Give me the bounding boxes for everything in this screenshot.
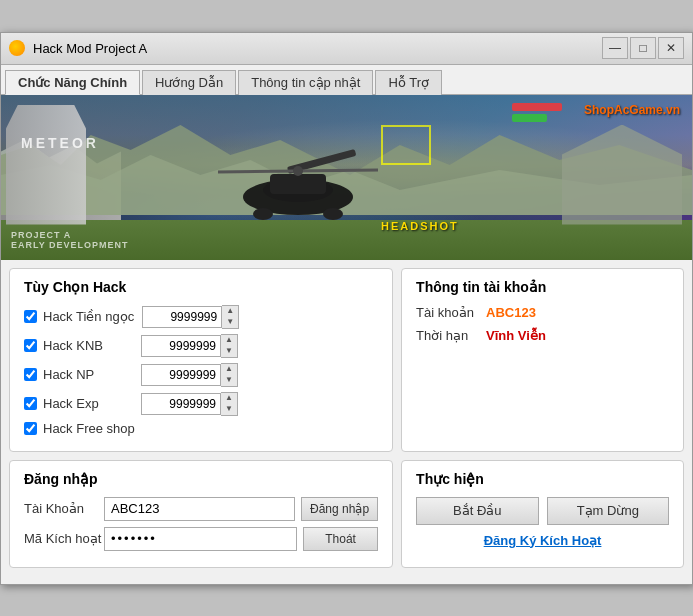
banner-hud xyxy=(512,103,562,122)
window-title: Hack Mod Project A xyxy=(33,41,602,56)
svg-rect-4 xyxy=(270,174,326,194)
bottom-section-row: Đăng nhập Tài Khoản Đăng nhập Mã Kích ho… xyxy=(9,460,684,568)
svg-point-9 xyxy=(323,208,343,220)
spinner-down-np[interactable]: ▼ xyxy=(221,375,237,386)
minimize-button[interactable]: — xyxy=(602,37,628,59)
hack-options-title: Tùy Chọn Hack xyxy=(24,279,378,295)
hack-np-checkbox[interactable] xyxy=(24,368,37,381)
spinner-btns-tien-ngoc: ▲ ▼ xyxy=(222,305,239,329)
tai-khoan-field[interactable] xyxy=(104,497,295,521)
tai-khoan-form-label: Tài Khoản xyxy=(24,501,104,516)
tab-huong-dan[interactable]: Hướng Dẫn xyxy=(142,70,236,95)
pause-button[interactable]: Tạm Dừng xyxy=(547,497,669,525)
hack-np-input[interactable] xyxy=(141,364,221,386)
logout-button[interactable]: Thoát xyxy=(303,527,378,551)
hack-row-knb: Hack KNB ▲ ▼ xyxy=(24,334,378,358)
spinner-up-np[interactable]: ▲ xyxy=(221,364,237,375)
tab-chuc-nang[interactable]: Chức Năng Chính xyxy=(5,70,140,95)
spinner-up-knb[interactable]: ▲ xyxy=(221,335,237,346)
hack-exp-checkbox[interactable] xyxy=(24,397,37,410)
hack-row-np: Hack NP ▲ ▼ xyxy=(24,363,378,387)
spinner-up-tien-ngoc[interactable]: ▲ xyxy=(222,306,238,317)
login-button[interactable]: Đăng nhập xyxy=(301,497,378,521)
ma-kich-hoat-form-row: Mã Kích hoạt Thoát xyxy=(24,527,378,551)
maximize-button[interactable]: □ xyxy=(630,37,656,59)
action-buttons-row: Bắt Đầu Tạm Dừng xyxy=(416,497,669,525)
hud-health xyxy=(512,103,562,111)
hack-free-shop-checkbox[interactable] xyxy=(24,422,37,435)
register-link[interactable]: Đăng Ký Kích Hoạt xyxy=(416,533,669,548)
top-section-row: Tùy Chọn Hack Hack Tiền ngọc ▲ ▼ xyxy=(9,268,684,452)
game-banner: HEADSHOT ShopAcGame.vn METEOR PROJECT A … xyxy=(1,95,692,260)
banner-meteor-text: METEOR xyxy=(21,135,99,151)
hack-options-section: Tùy Chọn Hack Hack Tiền ngọc ▲ ▼ xyxy=(9,268,393,452)
svg-point-8 xyxy=(253,208,273,220)
hack-knb-label: Hack KNB xyxy=(43,338,133,353)
close-button[interactable]: ✕ xyxy=(658,37,684,59)
spinner-btns-knb: ▲ ▼ xyxy=(221,334,238,358)
ma-kich-hoat-form-label: Mã Kích hoạt xyxy=(24,531,104,546)
thoi-han-label: Thời hạn xyxy=(416,328,486,343)
spinner-down-exp[interactable]: ▼ xyxy=(221,404,237,415)
hack-tien-ngoc-label: Hack Tiền ngọc xyxy=(43,309,134,324)
hack-exp-input[interactable] xyxy=(141,393,221,415)
app-icon xyxy=(9,40,25,56)
action-section: Thực hiện Bắt Đầu Tạm Dừng Đăng Ký Kích … xyxy=(401,460,684,568)
hack-np-spinner: ▲ ▼ xyxy=(141,363,238,387)
hack-row-free-shop: Hack Free shop xyxy=(24,421,378,436)
ma-kich-hoat-field[interactable] xyxy=(104,527,297,551)
hack-knb-checkbox[interactable] xyxy=(24,339,37,352)
tab-thong-tin[interactable]: Thông tin cập nhật xyxy=(238,70,373,95)
main-content: Tùy Chọn Hack Hack Tiền ngọc ▲ ▼ xyxy=(1,260,692,584)
hack-tien-ngoc-spinner: ▲ ▼ xyxy=(142,305,239,329)
vehicle-silhouette xyxy=(198,142,398,225)
hack-exp-spinner: ▲ ▼ xyxy=(141,392,238,416)
banner-headshot-text: HEADSHOT xyxy=(381,220,459,232)
hack-row-tien-ngoc: Hack Tiền ngọc ▲ ▼ xyxy=(24,305,378,329)
login-section: Đăng nhập Tài Khoản Đăng nhập Mã Kích ho… xyxy=(9,460,393,568)
account-info-title: Thông tin tài khoản xyxy=(416,279,669,295)
spinner-btns-np: ▲ ▼ xyxy=(221,363,238,387)
tab-ho-tro[interactable]: Hỗ Trợ xyxy=(375,70,442,95)
svg-point-7 xyxy=(293,166,303,176)
building-left xyxy=(6,105,86,225)
title-bar: Hack Mod Project A — □ ✕ xyxy=(1,33,692,65)
spinner-down-knb[interactable]: ▼ xyxy=(221,346,237,357)
start-button[interactable]: Bắt Đầu xyxy=(416,497,538,525)
hack-knb-input[interactable] xyxy=(141,335,221,357)
hud-energy xyxy=(512,114,547,122)
hack-row-exp: Hack Exp ▲ ▼ xyxy=(24,392,378,416)
banner-target-box xyxy=(381,125,431,165)
account-tai-khoan-row: Tài khoản ABC123 xyxy=(416,305,669,320)
hack-free-shop-label: Hack Free shop xyxy=(43,421,135,436)
hack-exp-label: Hack Exp xyxy=(43,396,133,411)
tai-khoan-label: Tài khoản xyxy=(416,305,486,320)
action-title: Thực hiện xyxy=(416,471,669,487)
thoi-han-value: Vĩnh Viễn xyxy=(486,328,546,343)
account-info-section: Thông tin tài khoản Tài khoản ABC123 Thờ… xyxy=(401,268,684,452)
banner-project-text: PROJECT A EARLY DEVELOPMENT xyxy=(11,230,129,250)
spinner-up-exp[interactable]: ▲ xyxy=(221,393,237,404)
spinner-btns-exp: ▲ ▼ xyxy=(221,392,238,416)
hack-tien-ngoc-input[interactable] xyxy=(142,306,222,328)
hack-np-label: Hack NP xyxy=(43,367,133,382)
hack-tien-ngoc-checkbox[interactable] xyxy=(24,310,37,323)
tab-bar: Chức Năng Chính Hướng Dẫn Thông tin cập … xyxy=(1,65,692,95)
tai-khoan-form-row: Tài Khoản Đăng nhập xyxy=(24,497,378,521)
window-controls: — □ ✕ xyxy=(602,37,684,59)
account-thoi-han-row: Thời hạn Vĩnh Viễn xyxy=(416,328,669,343)
hack-knb-spinner: ▲ ▼ xyxy=(141,334,238,358)
spinner-down-tien-ngoc[interactable]: ▼ xyxy=(222,317,238,328)
main-window: Hack Mod Project A — □ ✕ Chức Năng Chính… xyxy=(0,32,693,585)
tai-khoan-value: ABC123 xyxy=(486,305,536,320)
banner-logo: ShopAcGame.vn xyxy=(584,103,680,117)
login-title: Đăng nhập xyxy=(24,471,378,487)
